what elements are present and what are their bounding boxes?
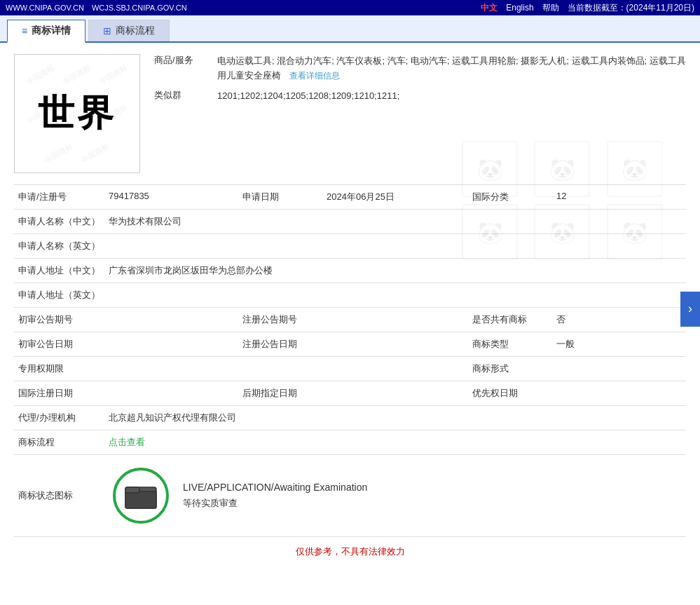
is-shared-value: 否 [552, 308, 686, 332]
goods-label: 商品/服务 [154, 54, 217, 67]
reg-pub-date-label: 注册公告日期 [238, 332, 322, 357]
intl-class-value: 12 [552, 185, 686, 210]
prelim-pub-no-value [104, 308, 238, 332]
goods-info-block: 商品/服务 电动运载工具; 混合动力汽车; 汽车仪表板; 汽车; 电动汽车; 运… [154, 54, 686, 173]
reg-pub-no-value [322, 308, 468, 332]
app-date-value: 2024年06月25日 [322, 185, 468, 210]
trademark-type-value: 一般 [552, 332, 686, 357]
main-content: 🐼 🐼 🐼 🐼 🐼 🐼 中国商标 中国商标 中国商标 中国商标 中国商标 中国商… [0, 43, 700, 575]
status-section: LIVE/APPLICATION/Awaiting Examination 等待… [109, 461, 682, 531]
goods-row: 商品/服务 电动运载工具; 混合动力汽车; 汽车仪表板; 汽车; 电动汽车; 运… [154, 54, 686, 83]
row-applicant-cn: 申请人名称（中文） 华为技术有限公司 [14, 210, 686, 234]
tab-flow[interactable]: ⊞ 商标流程 [88, 20, 170, 41]
priority-date-value [552, 381, 686, 406]
row-exclusive: 专用权期限 商标形式 [14, 357, 686, 381]
tab-bar: ≡ 商标详情 ⊞ 商标流程 [0, 15, 700, 43]
tab-detail[interactable]: ≡ 商标详情 [7, 20, 85, 43]
footer-disclaimer: 仅供参考，不具有法律效力 [14, 540, 686, 564]
address-cn-label: 申请人地址（中文） [14, 259, 104, 283]
detail-table: 申请/注册号 79417835 申请日期 2024年06月25日 国际分类 12… [14, 184, 686, 537]
agent-value: 北京超凡知识产权代理有限公司 [104, 406, 686, 430]
similar-group-value: 1201;1202;1204;1205;1208;1209;1210;1211; [217, 89, 686, 104]
folder-icon [124, 479, 158, 512]
next-arrow-button[interactable]: › [680, 292, 700, 327]
trademark-image-box: 中国商标 中国商标 中国商标 中国商标 中国商标 中国商标 中国商标 中国商标 … [14, 54, 140, 173]
tab-flow-label: 商标流程 [116, 25, 155, 37]
row-applicant-en: 申请人名称（英文） [14, 234, 686, 259]
app-date-label: 申请日期 [238, 185, 322, 210]
agent-label: 代理/办理机构 [14, 406, 104, 430]
flow-tab-icon: ⊞ [103, 25, 111, 36]
trademark-chars: 世界 [38, 89, 116, 138]
exclusive-period-value [104, 357, 238, 381]
similar-group-row: 类似群 1201;1202;1204;1205;1208;1209;1210;1… [154, 89, 686, 104]
site2-link[interactable]: WCJS.SBJ.CNIPA.GOV.CN [92, 4, 187, 12]
row-address-cn: 申请人地址（中文） 广东省深圳市龙岗区坂田华为总部办公楼 [14, 259, 686, 283]
row-regno: 申请/注册号 79417835 申请日期 2024年06月25日 国际分类 12 [14, 185, 686, 210]
intl-class-label: 国际分类 [468, 185, 552, 210]
right-links: 中文 English 帮助 当前数据截至：(2024年11月20日) [481, 2, 694, 14]
flow-link[interactable]: 点击查看 [109, 437, 145, 447]
address-en-label: 申请人地址（英文） [14, 283, 104, 308]
svg-rect-1 [125, 491, 156, 508]
prelim-pub-date-value [104, 332, 238, 357]
applicant-en-label: 申请人名称（英文） [14, 234, 104, 259]
flow-label: 商标流程 [14, 430, 104, 455]
lang-cn[interactable]: 中文 [481, 2, 497, 14]
status-cn-text: 等待实质审查 [183, 497, 367, 510]
status-cell: LIVE/APPLICATION/Awaiting Examination 等待… [104, 455, 686, 537]
status-icon-circle [113, 468, 169, 524]
flow-link-cell: 点击查看 [104, 430, 686, 455]
intl-reg-date-label: 国际注册日期 [14, 381, 104, 406]
row-flow: 商标流程 点击查看 [14, 430, 686, 455]
later-designation-value [322, 381, 468, 406]
status-text-block: LIVE/APPLICATION/Awaiting Examination 等待… [183, 482, 367, 510]
is-shared-label: 是否共有商标 [468, 308, 552, 332]
intl-reg-date-value [104, 381, 238, 406]
status-label: 商标状态图标 [14, 455, 104, 537]
row-intl-dates: 国际注册日期 后期指定日期 优先权日期 [14, 381, 686, 406]
row-address-en: 申请人地址（英文） [14, 283, 686, 308]
reg-no-value: 79417835 [104, 185, 238, 210]
row-agent: 代理/办理机构 北京超凡知识产权代理有限公司 [14, 406, 686, 430]
applicant-cn-value: 华为技术有限公司 [104, 210, 686, 234]
trademark-type-label: 商标类型 [468, 332, 552, 357]
tab-detail-label: 商标详情 [32, 25, 71, 37]
goods-value: 电动运载工具; 混合动力汽车; 汽车仪表板; 汽车; 电动汽车; 运载工具用轮胎… [217, 54, 686, 83]
top-section: 中国商标 中国商标 中国商标 中国商标 中国商标 中国商标 中国商标 中国商标 … [14, 54, 686, 173]
goods-detail-link[interactable]: 查看详细信息 [289, 71, 340, 81]
exclusive-period-label: 专用权期限 [14, 357, 104, 381]
reg-pub-no-label: 注册公告期号 [238, 308, 322, 332]
top-bar: WWW.CNIPA.GOV.CN WCJS.SBJ.CNIPA.GOV.CN 中… [0, 0, 700, 15]
lang-en[interactable]: English [506, 3, 533, 13]
site1-link[interactable]: WWW.CNIPA.GOV.CN [6, 4, 84, 12]
date-label: 当前数据截至：(2024年11月20日) [568, 2, 694, 14]
row-pub-no: 初审公告期号 注册公告期号 是否共有商标 否 [14, 308, 686, 332]
svg-rect-2 [125, 487, 139, 493]
reg-pub-date-value [322, 332, 468, 357]
trademark-form-value [552, 357, 686, 381]
prelim-pub-date-label: 初审公告日期 [14, 332, 104, 357]
similar-group-label: 类似群 [154, 89, 217, 102]
status-en-text: LIVE/APPLICATION/Awaiting Examination [183, 482, 367, 493]
later-designation-label: 后期指定日期 [238, 381, 322, 406]
priority-date-label: 优先权日期 [468, 381, 552, 406]
site-links: WWW.CNIPA.GOV.CN WCJS.SBJ.CNIPA.GOV.CN [6, 4, 481, 12]
applicant-en-value [104, 234, 686, 259]
prelim-pub-no-label: 初审公告期号 [14, 308, 104, 332]
detail-tab-icon: ≡ [22, 25, 27, 36]
address-cn-value: 广东省深圳市龙岗区坂田华为总部办公楼 [104, 259, 686, 283]
applicant-cn-label: 申请人名称（中文） [14, 210, 104, 234]
address-en-value [104, 283, 686, 308]
reg-no-label: 申请/注册号 [14, 185, 104, 210]
row-status: 商标状态图标 LIVE/APPLICATION/Awaiting Examina… [14, 455, 686, 537]
trademark-form-label: 商标形式 [468, 357, 552, 381]
row-pub-date: 初审公告日期 注册公告日期 商标类型 一般 [14, 332, 686, 357]
help-link[interactable]: 帮助 [542, 2, 559, 14]
